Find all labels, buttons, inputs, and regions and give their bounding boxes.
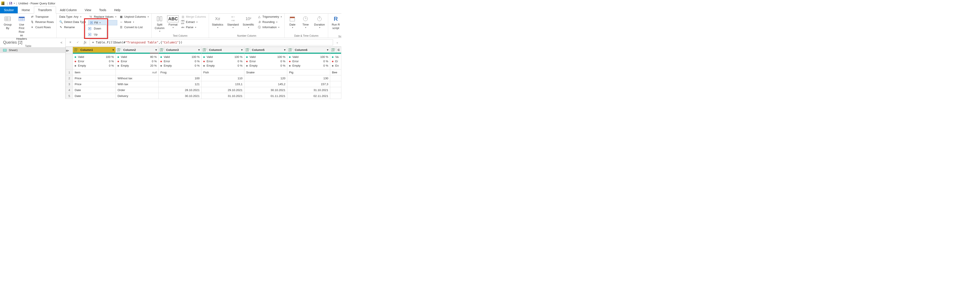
cell[interactable]: Date [73,87,116,93]
cell[interactable]: Bee [330,70,341,75]
formula-accept-button[interactable]: ✓ [75,40,81,45]
cell[interactable]: 30.10.2021 [244,87,287,93]
cell[interactable]: Date [73,93,116,99]
tab-tools[interactable]: Tools [95,6,110,13]
data-type-icon[interactable]: ABC123 [159,47,165,53]
cell[interactable]: Price [73,75,116,81]
data-type-icon[interactable]: ABC123 [287,47,293,53]
cell[interactable] [330,93,341,99]
detect-data-type-button[interactable]: 🔍Detect Data Type [59,20,87,24]
data-type-icon[interactable]: ABC123 [244,47,251,53]
cell[interactable]: With tax [116,81,159,87]
tab-transform[interactable]: Transform [34,6,56,14]
split-column-button[interactable]: Split Column▾ [153,14,166,33]
cell[interactable]: 01.11.2021 [244,93,287,99]
formula-cancel-button[interactable]: ✕ [67,40,73,45]
column-header-6[interactable]: ABC123 Column6 ▾ [287,47,330,54]
unpivot-button[interactable]: ▦Unpivot Columns▾ [119,14,150,19]
cell[interactable]: 133,1 [202,81,244,87]
cell[interactable]: Item [73,70,116,75]
parse-button[interactable]: abcParse▾ [180,25,207,30]
column-header-1[interactable]: ABC123 Column1 ▾ [73,47,116,54]
use-first-row-button[interactable]: Use First Row as Headers▾ [15,14,28,44]
tab-add-column[interactable]: Add Column [56,6,81,13]
reverse-rows-button[interactable]: ⇅Reverse Rows [30,20,55,24]
filter-icon[interactable]: ▾ [154,48,158,52]
cell[interactable]: 120 [244,75,287,81]
column-header-5[interactable]: ABC123 Column5 ▾ [244,47,287,54]
time-button[interactable]: Time▾ [299,14,311,30]
row-number[interactable]: 5 [66,93,73,99]
cell[interactable]: Order [116,87,159,93]
trigonometry-button[interactable]: △Trigonometry▾ [257,14,283,19]
row-number[interactable]: 2 [66,75,73,81]
data-type-button[interactable]: Data Type: Any▾ [59,14,87,19]
cell[interactable]: Price [73,81,116,87]
cell[interactable]: 121 [159,81,202,87]
cell[interactable]: Pig [287,70,330,75]
collapse-queries-icon[interactable]: < [60,41,62,44]
row-number[interactable]: 4 [66,87,73,93]
save-icon[interactable] [9,2,13,5]
merge-columns-button[interactable]: ▥Merge Columns [180,14,207,19]
data-grid[interactable]: ▦▾ ABC123 Column1 ▾ ABC123 Column2 ▾ ABC… [66,47,341,99]
fill-down-item[interactable]: Down [86,25,106,32]
row-number[interactable]: 1 [66,70,73,75]
statistics-button[interactable]: ΧσStatistics▾ [211,14,225,30]
format-button[interactable]: ABC Format▾ [167,14,179,30]
fx-icon[interactable]: fx [82,40,88,45]
tab-home[interactable]: Home [18,6,34,13]
column-header-3[interactable]: ABC123 Column3 ▾ [159,47,202,54]
rename-button[interactable]: ✎Rename [59,25,87,30]
extract-button[interactable]: ABC123Extract▾ [180,20,207,24]
cell[interactable]: 130 [287,75,330,81]
replace-values-button[interactable]: ½Replace Values▾ [88,14,117,19]
cell[interactable]: 100 [159,75,202,81]
fill-button[interactable]: Fill▾ [88,20,117,25]
column-header-partial[interactable]: ABC123C [330,47,341,54]
cell[interactable]: Without tax [116,75,159,81]
tab-help[interactable]: Help [110,6,124,13]
cell[interactable]: 31.10.2021 [202,93,244,99]
move-button[interactable]: ↔Move▾ [119,20,150,24]
cell[interactable]: 110 [202,75,244,81]
cell[interactable]: Fish [202,70,244,75]
information-button[interactable]: ⓘInformation▾ [257,25,283,30]
cell[interactable] [330,87,341,93]
rounding-button[interactable]: .0Rounding▾ [257,20,283,24]
standard-button[interactable]: +−÷×Standard▾ [226,14,240,30]
filter-icon[interactable]: ▾ [282,48,287,52]
cell[interactable]: null [116,70,159,75]
cell[interactable] [330,75,341,81]
scientific-button[interactable]: 10²Scientific▾ [241,14,255,30]
column-header-2[interactable]: ABC123 Column2 ▾ [116,47,159,54]
cell[interactable]: 29.10.2021 [202,87,244,93]
tab-view[interactable]: View [81,6,95,13]
row-number[interactable]: 3 [66,81,73,87]
cell[interactable]: Snake [244,70,287,75]
cell[interactable]: 31.10.2021 [287,87,330,93]
filter-icon[interactable]: ▾ [239,48,244,52]
transpose-button[interactable]: ⇄Transpose [30,14,55,19]
fill-up-item[interactable]: Up [86,32,106,37]
filter-icon[interactable]: ▾ [325,48,330,52]
data-type-icon[interactable]: ABC123 [73,47,79,53]
formula-expand-icon[interactable]: ⌄ [335,41,340,44]
count-rows-button[interactable]: ≡Count Rows [30,25,55,30]
duration-button[interactable]: Duration▾ [313,14,326,30]
cell[interactable]: Frog [159,70,202,75]
group-by-button[interactable]: Group By [2,14,14,31]
query-item-sheet1[interactable]: Sheet1 [0,47,65,53]
tab-file[interactable]: Soubor [0,6,18,13]
cell[interactable]: 145,2 [244,81,287,87]
formula-input[interactable]: = Table.FillDown(#"Transposed Table",{"C… [90,39,333,46]
data-type-icon[interactable]: ABC123 [202,47,208,53]
cell[interactable] [330,81,341,87]
data-type-icon[interactable]: ABC123 [116,47,122,53]
cell[interactable]: Delivery [116,93,159,99]
data-type-icon[interactable]: ABC123 [330,47,336,53]
qat-dropdown-icon[interactable]: ▾ [14,2,15,4]
cell[interactable]: 30.10.2021 [159,93,202,99]
date-button[interactable]: Date▾ [286,14,298,30]
cell[interactable]: 28.10.2021 [159,87,202,93]
